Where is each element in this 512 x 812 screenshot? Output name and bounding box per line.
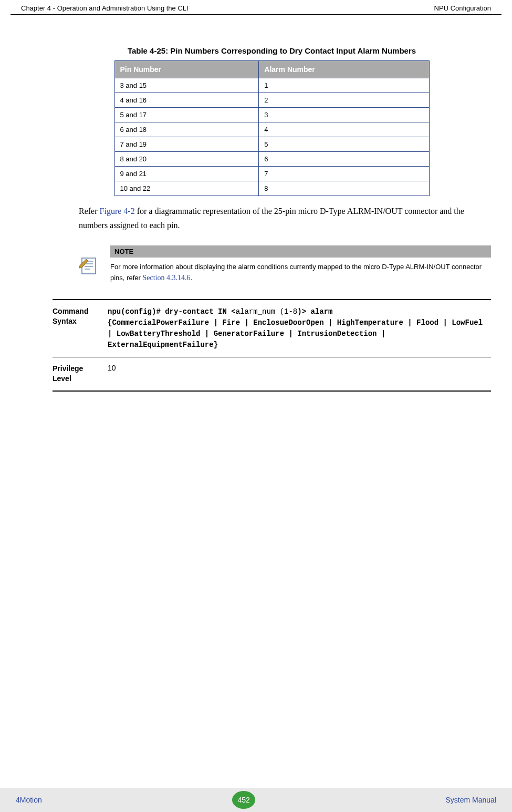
table-row: 9 and 217 <box>114 167 429 181</box>
alarm-cell: 5 <box>259 137 429 152</box>
table-row: 7 and 195 <box>114 137 429 152</box>
alarm-cell: 2 <box>259 93 429 108</box>
alarm-cell: 8 <box>259 181 429 196</box>
pin-cell: 5 and 17 <box>114 108 259 122</box>
privilege-value: 10 <box>108 364 116 384</box>
body-paragraph: Refer Figure 4-2 for a diagrammatic repr… <box>79 204 491 232</box>
privilege-label: Privilege Level <box>53 364 97 384</box>
para-post: for a diagrammatic representation of the… <box>79 207 464 230</box>
table-row: 3 and 151 <box>114 78 429 93</box>
command-syntax-block: Command Syntax npu(config)# dry-contact … <box>53 299 491 357</box>
cmd-bold2: )> alarm <box>297 307 332 316</box>
alarm-cell: 3 <box>259 108 429 122</box>
table-row: 8 and 206 <box>114 152 429 167</box>
table-row: 5 and 173 <box>114 108 429 122</box>
cmd-body: {CommercialPowerFailure | Fire | Enclosu… <box>108 318 487 349</box>
alarm-cell: 6 <box>259 152 429 167</box>
pin-cell: 4 and 16 <box>114 93 259 108</box>
command-text: npu(config)# dry-contact IN <alarm_num (… <box>108 306 491 351</box>
note-header: NOTE <box>110 245 491 258</box>
section-link[interactable]: Section 4.3.14.6 <box>142 274 190 282</box>
pin-alarm-table: Pin Number Alarm Number 3 and 151 4 and … <box>114 60 430 196</box>
pin-cell: 7 and 19 <box>114 137 259 152</box>
cmd-plain: alarm_num (1-8 <box>236 307 298 316</box>
col-pin-header: Pin Number <box>114 61 259 78</box>
page-footer: 4Motion 452 System Manual <box>0 788 512 812</box>
pin-cell: 10 and 22 <box>114 181 259 196</box>
cmd-bold1: npu(config)# dry-contact IN < <box>108 307 236 316</box>
page-number-badge: 452 <box>232 791 255 809</box>
note-text: For more information about displaying th… <box>110 258 491 283</box>
note-icon-wrap <box>79 245 102 283</box>
table-header-row: Pin Number Alarm Number <box>114 61 429 78</box>
table-title: Table 4-25: Pin Numbers Corresponding to… <box>53 46 491 55</box>
alarm-cell: 4 <box>259 122 429 137</box>
content: Table 4-25: Pin Numbers Corresponding to… <box>0 15 512 392</box>
figure-link[interactable]: Figure 4-2 <box>100 207 135 215</box>
table-row: 10 and 228 <box>114 181 429 196</box>
footer-right: System Manual <box>446 796 496 804</box>
alarm-cell: 7 <box>259 167 429 181</box>
col-alarm-header: Alarm Number <box>259 61 429 78</box>
pin-cell: 6 and 18 <box>114 122 259 137</box>
note-content: NOTE For more information about displayi… <box>110 245 491 283</box>
para-pre: Refer <box>79 207 100 215</box>
alarm-cell: 1 <box>259 78 429 93</box>
note-icon <box>79 256 100 277</box>
note-text-post: . <box>190 274 192 282</box>
table-row: 6 and 184 <box>114 122 429 137</box>
note-box: NOTE For more information about displayi… <box>79 245 491 283</box>
page-header: Chapter 4 - Operation and Administration… <box>11 0 501 15</box>
header-left: Chapter 4 - Operation and Administration… <box>21 4 189 12</box>
svg-rect-0 <box>82 258 96 274</box>
privilege-block: Privilege Level 10 <box>53 357 491 392</box>
pin-cell: 9 and 21 <box>114 167 259 181</box>
header-right: NPU Configuration <box>434 4 491 12</box>
pin-cell: 3 and 15 <box>114 78 259 93</box>
pin-cell: 8 and 20 <box>114 152 259 167</box>
command-label: Command Syntax <box>53 306 97 351</box>
footer-left: 4Motion <box>16 796 42 804</box>
table-row: 4 and 162 <box>114 93 429 108</box>
